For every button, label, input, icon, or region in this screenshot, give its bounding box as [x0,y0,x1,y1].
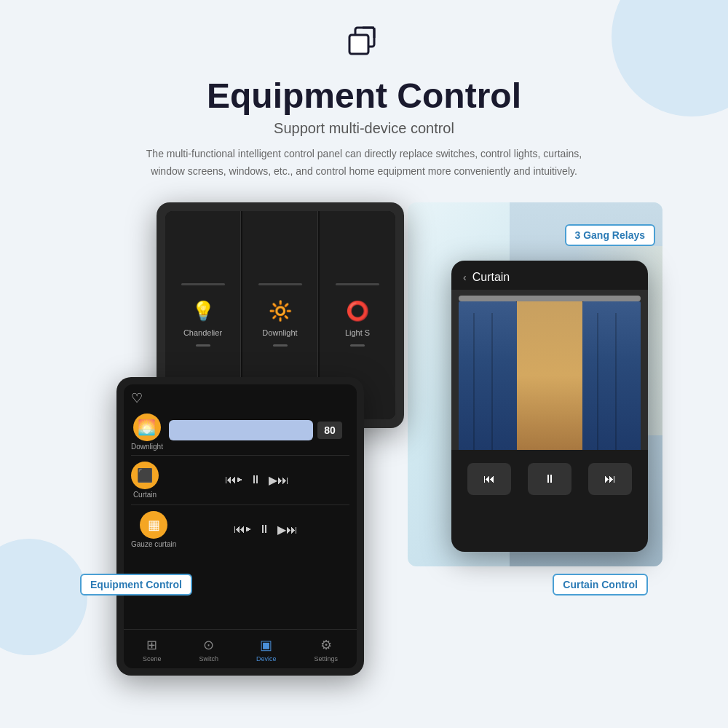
brightness-slider[interactable] [169,420,313,440]
curtain-callout-label: Curtain Control [563,579,638,590]
curtain-pause-button[interactable]: ⏸ [528,463,571,495]
downlight-icon-wrap: 🌅 Downlight [131,414,163,451]
fold-3 [597,313,598,450]
curtain-image-area [451,290,648,450]
favorite-icon[interactable]: ♡ [124,384,357,409]
downlight-icon: 🔆 [269,300,292,323]
curtain-device-label: Curtain [133,491,157,499]
gauze-device-icon[interactable]: ▦ [140,511,167,539]
curtain-icon-wrap: ⬛ Curtain [131,462,159,499]
relay-top-bar-3 [336,283,379,285]
header-icon [342,22,386,68]
gauze-forward-icon[interactable]: ▶⏭ [277,523,298,537]
main-panel-inner: ♡ 🌅 Downlight 80 [124,384,357,668]
curtain-next-icon: ⏭ [604,472,616,486]
devices-area: 💡 Chandelier 🔆 Downlight ⭕ Light S [80,202,648,625]
back-arrow-icon[interactable]: ‹ [463,272,467,283]
curtain-callout: Curtain Control [553,574,648,596]
equipment-callout: Equipment Control [80,574,192,596]
gauze-icon-wrap: ▦ Gauze curtain [131,511,176,548]
relay-top-bar-2 [258,283,302,285]
main-panel: ♡ 🌅 Downlight 80 [116,377,364,676]
curtain-prev-button[interactable]: ⏮ [467,463,511,495]
curtain-right-panel [582,301,641,450]
page-description: The multi-functional intelligent control… [138,146,590,181]
relay-dash-2 [273,344,288,347]
curtain-media-controls: ⏮▶ ⏸ ▶⏭ [165,473,349,487]
chandelier-icon: 💡 [191,300,215,323]
curtain-panel: ‹ Curtain ⏮ [451,261,648,552]
curtain-device-icon-symbol: ⬛ [137,467,153,483]
page-subtitle: Support multi-device control [274,120,454,137]
curtain-left-panel [459,301,517,450]
relay-dash-3 [350,344,365,347]
curtain-device-row: ⬛ Curtain ⏮▶ ⏸ ▶⏭ [124,456,357,505]
curtain-panel-header: ‹ Curtain [451,261,648,290]
downlight-label: Downlight [262,328,297,337]
downlight-controls: 80 [169,420,349,443]
downlight-device-row: 🌅 Downlight 80 [124,409,357,455]
curtain-center-light [517,301,582,450]
gauze-pause-icon[interactable]: ⏸ [258,523,270,536]
equipment-callout-label: Equipment Control [90,579,182,590]
switch-icon: ⊙ [203,637,214,653]
curtain-control-buttons: ⏮ ⏸ ⏭ [451,450,648,508]
downlight-sun-icon: 🌅 [138,419,156,436]
page-container: Equipment Control Support multi-device c… [0,0,728,728]
switch-label: Switch [199,655,218,662]
lights-icon: ⭕ [346,300,369,323]
downlight-device-label: Downlight [131,443,163,451]
gauze-rewind-icon[interactable]: ⏮▶ [234,523,251,536]
curtain-pause-icon[interactable]: ⏸ [250,473,261,486]
fold-1 [473,313,475,450]
relay-top-bar-1 [181,283,225,285]
relay-callout: 3 Gang Relays [565,224,656,246]
nav-switch[interactable]: ⊙ Switch [199,637,218,662]
downlight-device-icon[interactable]: 🌅 [133,414,161,441]
curtain-next-button[interactable]: ⏭ [588,463,632,495]
nav-settings[interactable]: ⚙ Settings [314,637,338,662]
gauze-device-icon-symbol: ▦ [148,517,160,533]
svg-rect-1 [349,35,368,54]
nav-device[interactable]: ▣ Device [256,637,277,662]
curtain-prev-icon: ⏮ [483,472,495,486]
brightness-value: 80 [317,422,342,439]
lights-label: Light S [345,328,370,337]
gauze-device-row: ▦ Gauze curtain ⏮▶ ⏸ ▶⏭ [124,505,357,554]
device-label: Device [256,655,277,662]
fold-4 [615,313,617,450]
curtain-device-icon[interactable]: ⬛ [131,462,159,489]
scene-label: Scene [143,655,162,662]
curtain-forward-icon[interactable]: ▶⏭ [269,473,289,487]
curtain-pause-icon: ⏸ [544,472,555,486]
curtain-rewind-icon[interactable]: ⏮▶ [225,473,242,486]
chandelier-label: Chandelier [183,328,222,337]
brightness-row: 80 [169,420,342,440]
fold-2 [491,313,493,450]
bottom-navigation: ⊞ Scene ⊙ Switch ▣ Device ⚙ Settings [124,629,357,668]
settings-icon: ⚙ [320,637,332,653]
relay-dash-1 [196,344,210,347]
nav-scene[interactable]: ⊞ Scene [143,637,162,662]
page-title: Equipment Control [207,76,521,116]
curtain-rod [459,296,641,301]
gauze-device-label: Gauze curtain [131,540,176,548]
device-icon: ▣ [260,637,272,653]
gauze-media-controls: ⏮▶ ⏸ ▶⏭ [182,523,349,537]
scene-icon: ⊞ [146,637,157,653]
settings-label: Settings [314,655,338,662]
relay-callout-label: 3 Gang Relays [575,229,646,241]
curtain-panel-title: Curtain [472,271,510,284]
